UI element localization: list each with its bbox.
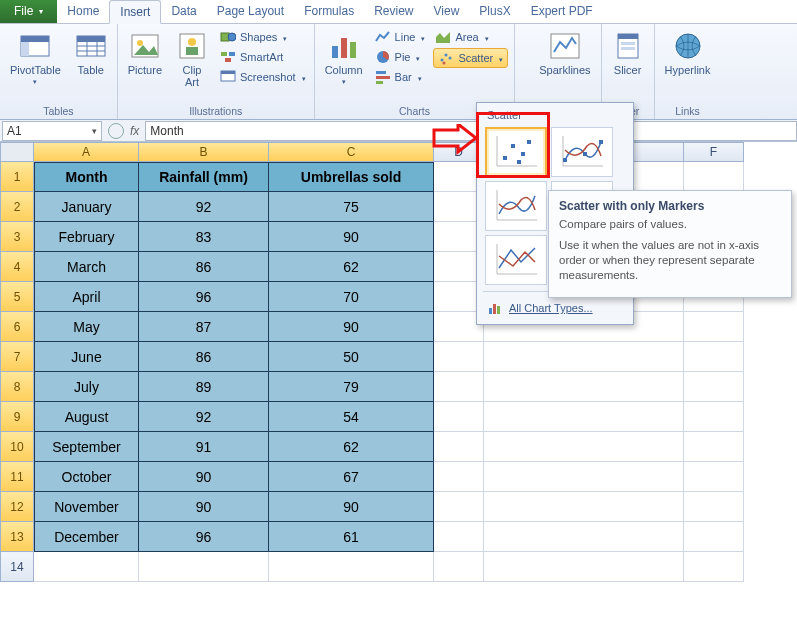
empty-cell[interactable]: [434, 492, 484, 522]
row-header-5[interactable]: 5: [0, 282, 34, 312]
table-header-cell[interactable]: Rainfall (mm): [139, 162, 269, 192]
hyperlink-button[interactable]: Hyperlink: [661, 28, 715, 78]
empty-cell[interactable]: [684, 342, 744, 372]
tab-review[interactable]: Review: [364, 0, 423, 23]
tab-data[interactable]: Data: [161, 0, 206, 23]
file-tab[interactable]: File: [0, 0, 57, 23]
tab-page-layout[interactable]: Page Layout: [207, 0, 294, 23]
empty-cell[interactable]: [484, 462, 684, 492]
table-cell[interactable]: 89: [139, 372, 269, 402]
picture-button[interactable]: Picture: [124, 28, 166, 78]
row-header-6[interactable]: 6: [0, 312, 34, 342]
row-header-2[interactable]: 2: [0, 192, 34, 222]
table-cell[interactable]: June: [34, 342, 139, 372]
scatter-chart-button[interactable]: Scatter: [433, 48, 508, 68]
empty-cell[interactable]: [684, 372, 744, 402]
column-chart-button[interactable]: Column: [321, 28, 367, 88]
line-chart-button[interactable]: Line: [373, 28, 428, 46]
table-cell[interactable]: 70: [269, 282, 434, 312]
all-chart-types-button[interactable]: All Chart Types...: [481, 296, 629, 320]
table-cell[interactable]: 83: [139, 222, 269, 252]
tab-plusx[interactable]: PlusX: [469, 0, 520, 23]
tab-formulas[interactable]: Formulas: [294, 0, 364, 23]
table-cell[interactable]: 54: [269, 402, 434, 432]
table-cell[interactable]: 90: [139, 462, 269, 492]
empty-cell[interactable]: [434, 402, 484, 432]
column-header-F[interactable]: F: [684, 142, 744, 162]
row-header-9[interactable]: 9: [0, 402, 34, 432]
scatter-smooth-lines-option[interactable]: [485, 181, 547, 231]
empty-cell[interactable]: [484, 432, 684, 462]
empty-cell[interactable]: [434, 552, 484, 582]
table-cell[interactable]: September: [34, 432, 139, 462]
empty-cell[interactable]: [684, 522, 744, 552]
row-header-3[interactable]: 3: [0, 222, 34, 252]
empty-cell[interactable]: [684, 492, 744, 522]
empty-cell[interactable]: [484, 402, 684, 432]
table-cell[interactable]: December: [34, 522, 139, 552]
area-chart-button[interactable]: Area: [433, 28, 508, 46]
table-cell[interactable]: May: [34, 312, 139, 342]
table-cell[interactable]: January: [34, 192, 139, 222]
shapes-button[interactable]: Shapes: [218, 28, 308, 46]
empty-cell[interactable]: [269, 552, 434, 582]
table-cell[interactable]: 50: [269, 342, 434, 372]
table-cell[interactable]: February: [34, 222, 139, 252]
table-cell[interactable]: 75: [269, 192, 434, 222]
table-cell[interactable]: August: [34, 402, 139, 432]
empty-cell[interactable]: [434, 522, 484, 552]
empty-cell[interactable]: [684, 432, 744, 462]
table-cell[interactable]: 96: [139, 522, 269, 552]
tab-expert-pdf[interactable]: Expert PDF: [521, 0, 603, 23]
scatter-smooth-markers-option[interactable]: [551, 127, 613, 177]
fx-cancel-icon[interactable]: [108, 123, 124, 139]
empty-cell[interactable]: [484, 342, 684, 372]
table-cell[interactable]: October: [34, 462, 139, 492]
row-header-4[interactable]: 4: [0, 252, 34, 282]
column-header-A[interactable]: A: [34, 142, 139, 162]
pivottable-button[interactable]: PivotTable: [6, 28, 65, 88]
screenshot-button[interactable]: Screenshot: [218, 68, 308, 86]
tab-home[interactable]: Home: [57, 0, 109, 23]
row-header-11[interactable]: 11: [0, 462, 34, 492]
name-box[interactable]: A1▾: [2, 121, 102, 141]
table-cell[interactable]: April: [34, 282, 139, 312]
formula-input[interactable]: Month: [145, 121, 797, 141]
table-cell[interactable]: 87: [139, 312, 269, 342]
table-cell[interactable]: 62: [269, 252, 434, 282]
empty-cell[interactable]: [684, 552, 744, 582]
table-cell[interactable]: 67: [269, 462, 434, 492]
clipart-button[interactable]: Clip Art: [172, 28, 212, 90]
slicer-button[interactable]: Slicer: [608, 28, 648, 78]
empty-cell[interactable]: [434, 462, 484, 492]
column-header-B[interactable]: B: [139, 142, 269, 162]
fx-icon[interactable]: fx: [124, 124, 145, 138]
table-cell[interactable]: 62: [269, 432, 434, 462]
table-cell[interactable]: 96: [139, 282, 269, 312]
table-cell[interactable]: November: [34, 492, 139, 522]
select-all-corner[interactable]: [0, 142, 34, 162]
empty-cell[interactable]: [684, 162, 744, 192]
table-cell[interactable]: 90: [139, 492, 269, 522]
empty-cell[interactable]: [434, 342, 484, 372]
table-cell[interactable]: 91: [139, 432, 269, 462]
table-cell[interactable]: July: [34, 372, 139, 402]
table-cell[interactable]: 90: [269, 222, 434, 252]
table-header-cell[interactable]: Umbrellas sold: [269, 162, 434, 192]
empty-cell[interactable]: [484, 492, 684, 522]
table-cell[interactable]: 61: [269, 522, 434, 552]
bar-chart-button[interactable]: Bar: [373, 68, 428, 86]
empty-cell[interactable]: [434, 372, 484, 402]
tab-insert[interactable]: Insert: [109, 0, 161, 24]
table-cell[interactable]: 90: [269, 312, 434, 342]
table-cell[interactable]: 92: [139, 402, 269, 432]
table-cell[interactable]: 90: [269, 492, 434, 522]
table-cell[interactable]: 86: [139, 252, 269, 282]
table-button[interactable]: Table: [71, 28, 111, 78]
scatter-straight-lines-option[interactable]: [485, 235, 547, 285]
column-header-C[interactable]: C: [269, 142, 434, 162]
empty-cell[interactable]: [484, 552, 684, 582]
scatter-markers-option[interactable]: [485, 127, 547, 177]
smartart-button[interactable]: SmartArt: [218, 48, 308, 66]
empty-cell[interactable]: [139, 552, 269, 582]
